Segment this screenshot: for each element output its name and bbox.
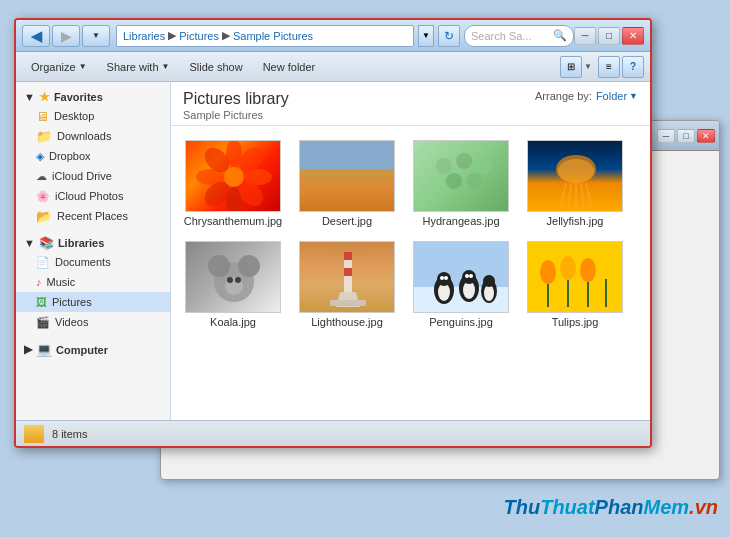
svg-line-19 xyxy=(581,183,584,209)
help-button[interactable]: ? xyxy=(622,56,644,78)
toolbar: Organize ▼ Share with ▼ Slide show New f… xyxy=(16,52,650,82)
svg-point-44 xyxy=(469,274,473,278)
file-chrysanthemum[interactable]: Chrysanthemum.jpg xyxy=(179,136,287,231)
sidebar-item-music[interactable]: ♪ Music xyxy=(16,272,170,292)
svg-point-39 xyxy=(444,276,448,280)
file-jellyfish-label: Jellyfish.jpg xyxy=(547,215,604,227)
arrange-by-arrow: ▼ xyxy=(629,91,638,101)
breadcrumb-libraries[interactable]: Libraries xyxy=(123,30,165,42)
sidebar-item-videos[interactable]: 🎬 Videos xyxy=(16,312,170,332)
file-hydrangeas[interactable]: Hydrangeas.jpg xyxy=(407,136,515,231)
file-lighthouse[interactable]: Lighthouse.jpg xyxy=(293,237,401,332)
status-folder-icon xyxy=(24,425,44,443)
sidebar-item-desktop[interactable]: 🖥 Desktop xyxy=(16,106,170,126)
arrange-by-button[interactable]: Folder ▼ xyxy=(596,90,638,102)
organize-label: Organize xyxy=(31,61,76,73)
libraries-label: Libraries xyxy=(58,237,104,249)
address-bar[interactable]: Libraries ▶ Pictures ▶ Sample Pictures xyxy=(116,25,414,47)
icloud-drive-icon: ☁ xyxy=(36,170,47,183)
file-penguins-label: Penguins.jpg xyxy=(429,316,493,328)
bg-minimize-button[interactable]: ─ xyxy=(657,129,675,143)
maximize-button[interactable]: □ xyxy=(598,27,620,45)
sidebar-item-downloads[interactable]: 📁 Downloads xyxy=(16,126,170,146)
svg-point-37 xyxy=(437,272,451,286)
forward-button[interactable]: ▶ xyxy=(52,25,80,47)
sidebar-section-favorites[interactable]: ▼ ★ Favorites xyxy=(16,86,170,106)
dropbox-label: Dropbox xyxy=(49,150,91,162)
bg-close-button[interactable]: ✕ xyxy=(697,129,715,143)
thumb-penguins-img xyxy=(413,241,509,313)
computer-label: Computer xyxy=(56,344,108,356)
refresh-button[interactable]: ↻ xyxy=(438,25,460,47)
watermark-phan: Phan xyxy=(595,496,644,518)
library-title: Pictures library xyxy=(183,90,289,108)
computer-icon: 💻 xyxy=(36,342,52,357)
svg-point-11 xyxy=(476,158,492,174)
share-with-button[interactable]: Share with ▼ xyxy=(98,56,179,78)
watermark-vn: .vn xyxy=(689,496,718,518)
svg-point-12 xyxy=(446,173,462,189)
sidebar-section-libraries[interactable]: ▼ 📚 Libraries xyxy=(16,232,170,252)
music-label: Music xyxy=(47,276,76,288)
file-jellyfish[interactable]: Jellyfish.jpg xyxy=(521,136,629,231)
file-chrysanthemum-label: Chrysanthemum.jpg xyxy=(184,215,282,227)
close-button[interactable]: ✕ xyxy=(622,27,644,45)
svg-point-13 xyxy=(466,173,482,189)
recent-places-label: Recent Places xyxy=(57,210,128,222)
slide-show-button[interactable]: Slide show xyxy=(180,56,251,78)
breadcrumb-sample-pictures[interactable]: Sample Pictures xyxy=(233,30,313,42)
search-box[interactable]: Search Sa... 🔍 xyxy=(464,25,574,47)
file-tulips-label: Tulips.jpg xyxy=(552,316,599,328)
view-dropdown-arrow[interactable]: ▼ xyxy=(584,62,592,71)
icloud-photos-label: iCloud Photos xyxy=(55,190,124,202)
arrange-by-value: Folder xyxy=(596,90,627,102)
breadcrumb-pictures[interactable]: Pictures xyxy=(179,30,219,42)
documents-label: Documents xyxy=(55,256,111,268)
sidebar-item-icloud-drive[interactable]: ☁ iCloud Drive xyxy=(16,166,170,186)
svg-rect-30 xyxy=(344,268,352,276)
thumb-lighthouse-img xyxy=(299,241,395,313)
libraries-icon: 📚 xyxy=(39,236,54,250)
file-area-header: Pictures library Sample Pictures Arrange… xyxy=(171,82,650,126)
new-folder-button[interactable]: New folder xyxy=(254,56,325,78)
sidebar-section-computer[interactable]: ▶ 💻 Computer xyxy=(16,338,170,359)
back-button[interactable]: ◀ xyxy=(22,25,50,47)
sidebar-item-recent-places[interactable]: 📂 Recent Places xyxy=(16,206,170,226)
search-icon[interactable]: 🔍 xyxy=(553,29,567,42)
sidebar-item-pictures[interactable]: 🖼 Pictures xyxy=(16,292,170,312)
svg-point-23 xyxy=(238,255,260,277)
share-with-arrow: ▼ xyxy=(162,62,170,71)
file-tulips[interactable]: Tulips.jpg xyxy=(521,237,629,332)
downloads-label: Downloads xyxy=(57,130,111,142)
bg-maximize-button[interactable]: □ xyxy=(677,129,695,143)
minimize-button[interactable]: ─ xyxy=(574,27,596,45)
bg-win-controls: ─ □ ✕ xyxy=(657,129,715,143)
svg-point-22 xyxy=(208,255,230,277)
nav-dropdown-button[interactable]: ▼ xyxy=(82,25,110,47)
svg-rect-32 xyxy=(330,300,366,306)
svg-point-9 xyxy=(436,158,452,174)
breadcrumb-arrow-1: ▶ xyxy=(168,29,176,42)
sidebar: ▼ ★ Favorites 🖥 Desktop 📁 Downloads ◈ Dr… xyxy=(16,82,171,420)
watermark: ThuThuatPhanMem.vn xyxy=(504,496,718,519)
dropbox-icon: ◈ xyxy=(36,150,44,163)
address-dropdown-button[interactable]: ▼ xyxy=(418,25,434,47)
svg-point-42 xyxy=(462,270,476,284)
view-mode-button[interactable]: ⊞ xyxy=(560,56,582,78)
file-desert[interactable]: Desert.jpg xyxy=(293,136,401,231)
file-lighthouse-label: Lighthouse.jpg xyxy=(311,316,383,328)
sidebar-item-dropbox[interactable]: ◈ Dropbox xyxy=(16,146,170,166)
watermark-thu: Thu xyxy=(504,496,541,518)
file-koala[interactable]: Koala.jpg xyxy=(179,237,287,332)
svg-rect-29 xyxy=(344,260,352,268)
sidebar-item-icloud-photos[interactable]: 🌸 iCloud Photos xyxy=(16,186,170,206)
favorites-triangle: ▼ xyxy=(24,91,35,103)
arrange-by-label: Arrange by: xyxy=(535,90,592,102)
sidebar-item-documents[interactable]: 📄 Documents xyxy=(16,252,170,272)
organize-button[interactable]: Organize ▼ xyxy=(22,56,96,78)
libraries-triangle: ▼ xyxy=(24,237,35,249)
file-penguins[interactable]: Penguins.jpg xyxy=(407,237,515,332)
svg-point-53 xyxy=(580,258,596,282)
details-pane-button[interactable]: ≡ xyxy=(598,56,620,78)
thumb-koala-img xyxy=(185,241,281,313)
